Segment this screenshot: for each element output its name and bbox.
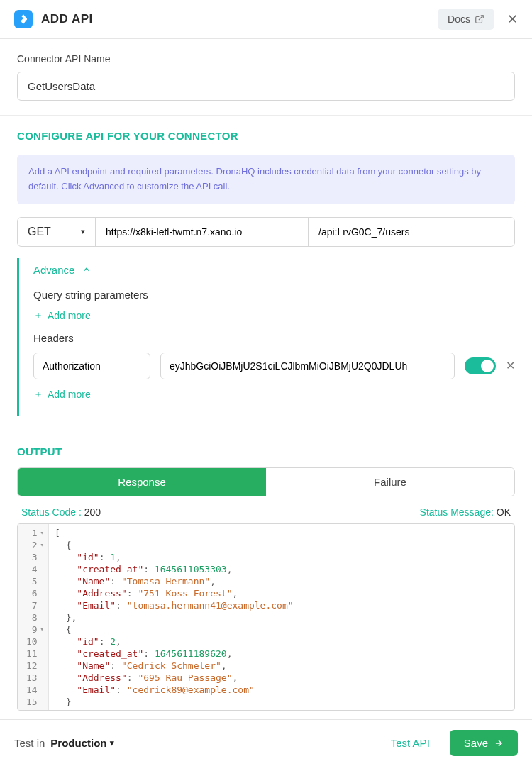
add-query-param-button[interactable]: ＋ Add more — [33, 309, 515, 322]
app-logo — [14, 10, 33, 28]
environment-select[interactable]: Production ▾ — [50, 737, 113, 749]
connector-name-input[interactable] — [17, 72, 515, 101]
headers-label: Headers — [33, 332, 515, 344]
output-section-title: OUTPUT — [17, 445, 515, 457]
output-tabs: Response Failure — [17, 467, 515, 496]
remove-header-icon[interactable]: ✕ — [506, 359, 515, 372]
docs-button[interactable]: Docs — [438, 9, 494, 30]
test-in-label: Test in — [14, 737, 45, 749]
configure-section-title: CONFIGURE API FOR YOUR CONNECTOR — [17, 130, 515, 142]
base-url-input[interactable] — [96, 218, 309, 246]
chevron-down-icon: ▾ — [81, 227, 85, 236]
chevron-up-icon — [82, 265, 92, 274]
advance-panel: Advance Query string parameters ＋ Add mo… — [17, 258, 515, 416]
plus-icon: ＋ — [33, 388, 43, 401]
tab-failure[interactable]: Failure — [266, 468, 514, 496]
arrow-right-icon — [494, 738, 504, 748]
tab-response[interactable]: Response — [18, 468, 266, 496]
modal-title: ADD API — [41, 12, 438, 26]
close-icon[interactable]: ✕ — [507, 11, 518, 27]
http-method-select[interactable]: GET ▾ — [18, 218, 96, 246]
modal-header: ADD API Docs ✕ — [0, 0, 532, 39]
footer-bar: Test in Production ▾ Test API Save — [0, 719, 532, 766]
external-link-icon — [475, 14, 484, 24]
add-header-button[interactable]: ＋ Add more — [33, 388, 515, 401]
configure-info-box: Add a API endpoint and required paramete… — [17, 155, 515, 204]
header-value-input[interactable] — [160, 353, 455, 379]
query-params-label: Query string parameters — [33, 289, 515, 301]
connector-name-label: Connector API Name — [17, 53, 515, 65]
caret-down-icon: ▾ — [110, 738, 114, 748]
header-secure-toggle[interactable] — [465, 357, 496, 374]
save-button[interactable]: Save — [450, 730, 518, 756]
status-message: Status Message: OK — [420, 506, 511, 518]
path-input[interactable] — [309, 218, 514, 246]
svg-line-0 — [479, 16, 483, 20]
plus-icon: ＋ — [33, 309, 43, 322]
header-row: ✕ — [33, 353, 515, 379]
header-key-input[interactable] — [33, 353, 150, 379]
test-api-button[interactable]: Test API — [391, 737, 430, 749]
advance-toggle[interactable]: Advance — [33, 264, 515, 276]
endpoint-row: GET ▾ — [17, 217, 515, 247]
response-code-viewer[interactable]: 1 ▾2 ▾3 4 5 6 7 8 9 ▾10 11 12 13 14 15 [… — [17, 523, 515, 711]
status-code: Status Code : 200 — [21, 506, 101, 518]
